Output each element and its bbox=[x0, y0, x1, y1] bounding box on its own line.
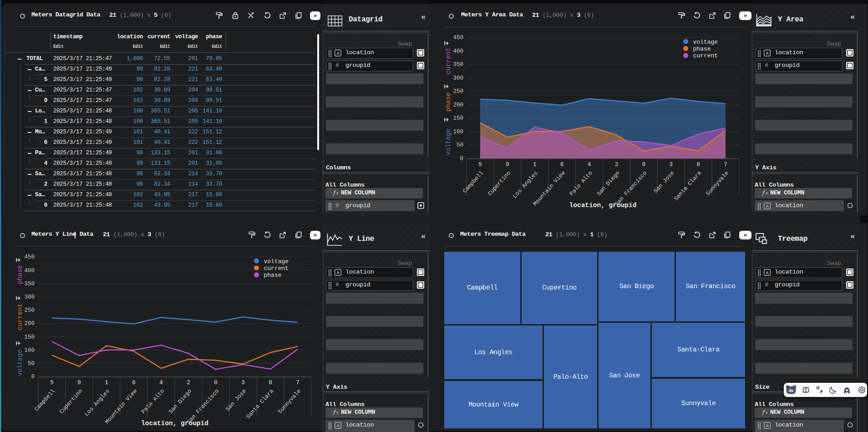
svg-text:phase: phase bbox=[264, 272, 282, 279]
svg-text:150: 150 bbox=[24, 334, 35, 341]
svg-text:Campbell: Campbell bbox=[462, 170, 485, 194]
svg-text:A: A bbox=[766, 423, 769, 428]
svg-text:300: 300 bbox=[453, 75, 463, 81]
svg-text:Sunnyvale: Sunnyvale bbox=[277, 388, 302, 415]
svg-text:100: 100 bbox=[453, 129, 463, 135]
svg-text:4: 4 bbox=[159, 380, 163, 386]
svg-text:6: 6 bbox=[560, 162, 564, 168]
svg-text:Los Angles: Los Angles bbox=[83, 388, 111, 417]
svg-text:A: A bbox=[337, 51, 340, 56]
svg-text:A: A bbox=[337, 270, 340, 275]
svg-text:A: A bbox=[766, 204, 769, 209]
svg-text:1: 1 bbox=[105, 380, 108, 386]
svg-text:San Diego: San Diego bbox=[168, 388, 193, 415]
svg-text:A: A bbox=[337, 423, 340, 428]
svg-text:San Jose: San Jose bbox=[653, 170, 676, 194]
svg-text:0: 0 bbox=[214, 380, 218, 386]
svg-text:Campbell: Campbell bbox=[33, 388, 56, 412]
svg-text:A: A bbox=[766, 270, 769, 275]
svg-text:2: 2 bbox=[187, 380, 190, 386]
svg-text:5: 5 bbox=[478, 162, 482, 168]
svg-text:200: 200 bbox=[453, 102, 463, 108]
svg-text:250: 250 bbox=[453, 88, 463, 95]
svg-text:7: 7 bbox=[296, 380, 299, 386]
svg-text:Santa Clara: Santa Clara bbox=[245, 388, 275, 420]
svg-text:250: 250 bbox=[24, 307, 35, 314]
svg-text:1: 1 bbox=[533, 162, 537, 168]
svg-text:voltage: voltage bbox=[264, 258, 289, 265]
svg-text:4: 4 bbox=[588, 162, 591, 168]
svg-text:current: current bbox=[264, 265, 289, 272]
svg-text:2: 2 bbox=[615, 162, 619, 168]
svg-text:voltage: voltage bbox=[693, 39, 718, 46]
svg-text:phase: phase bbox=[693, 46, 711, 52]
svg-text:Cupertino: Cupertino bbox=[58, 388, 84, 415]
svg-text:100: 100 bbox=[24, 347, 35, 354]
svg-text:Cupertino: Cupertino bbox=[487, 170, 512, 197]
svg-text:Sunnyvale: Sunnyvale bbox=[705, 170, 730, 197]
svg-text:0: 0 bbox=[31, 374, 35, 380]
svg-text:voltage: voltage bbox=[16, 350, 24, 376]
svg-text:3: 3 bbox=[241, 380, 245, 386]
svg-text:current: current bbox=[445, 48, 452, 75]
svg-text:Palo Alto: Palo Alto bbox=[569, 170, 594, 197]
svg-text:200: 200 bbox=[24, 320, 35, 327]
svg-text:Santa Clara: Santa Clara bbox=[673, 170, 703, 202]
svg-text:phase: phase bbox=[445, 92, 452, 112]
svg-text:Palo Alto: Palo Alto bbox=[140, 388, 166, 415]
svg-text:0: 0 bbox=[642, 162, 646, 168]
svg-text:450: 450 bbox=[24, 254, 35, 260]
svg-text:voltage: voltage bbox=[445, 129, 452, 156]
svg-text:450: 450 bbox=[453, 35, 463, 41]
svg-text:400: 400 bbox=[24, 268, 35, 274]
svg-text:7: 7 bbox=[724, 162, 727, 168]
svg-text:current: current bbox=[16, 304, 24, 330]
svg-text:400: 400 bbox=[453, 48, 463, 55]
svg-text:A: A bbox=[766, 51, 769, 56]
svg-text:5: 5 bbox=[50, 380, 54, 386]
svg-text:current: current bbox=[693, 52, 718, 59]
svg-text:location, groupid: location, groupid bbox=[141, 420, 208, 427]
svg-text:9: 9 bbox=[506, 162, 509, 168]
svg-text:Los Angles: Los Angles bbox=[512, 170, 539, 199]
svg-text:0: 0 bbox=[460, 156, 463, 162]
svg-text:300: 300 bbox=[24, 294, 35, 300]
svg-text:350: 350 bbox=[24, 281, 35, 287]
svg-text:San Diego: San Diego bbox=[596, 170, 621, 197]
svg-text:8: 8 bbox=[696, 162, 700, 168]
svg-text:location, groupid: location, groupid bbox=[569, 202, 637, 209]
svg-text:350: 350 bbox=[453, 61, 463, 68]
svg-text:6: 6 bbox=[132, 380, 136, 386]
svg-text:9: 9 bbox=[77, 380, 81, 386]
svg-text:50: 50 bbox=[28, 361, 35, 367]
svg-text:du: du bbox=[789, 388, 794, 393]
svg-text:San Jose: San Jose bbox=[224, 388, 248, 412]
svg-text:50: 50 bbox=[457, 142, 463, 148]
svg-text:150: 150 bbox=[453, 115, 463, 122]
svg-text:8: 8 bbox=[269, 380, 272, 386]
svg-text:3: 3 bbox=[669, 162, 673, 168]
svg-text:phase: phase bbox=[16, 265, 24, 284]
